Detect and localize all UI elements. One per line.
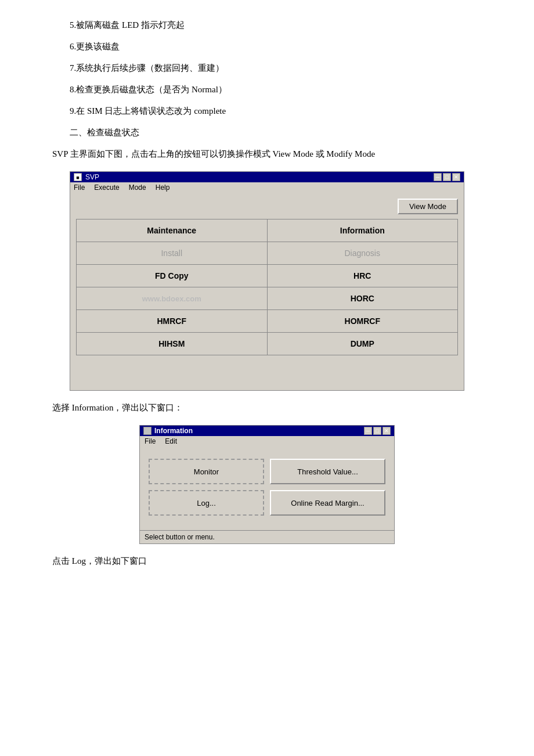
info-body: Monitor Threshold Value... Log... Online… <box>140 447 394 530</box>
step-6: 6.更换该磁盘 <box>70 39 499 55</box>
info-btn-online-read-margin[interactable]: Online Read Margin... <box>270 490 385 516</box>
step-8: 8.检查更换后磁盘状态（是否为 Normal） <box>70 82 499 98</box>
svp-restore-btn[interactable]: □ <box>443 173 451 181</box>
svp-minimize-btn[interactable]: ─ <box>434 173 442 181</box>
svp-window: ■ SVP ─ □ ✕ File Execute Mode Help View … <box>70 171 464 391</box>
svp-body: View Mode Maintenance Information Instal… <box>70 193 464 390</box>
svp-cell-hihsm[interactable]: HIHSM <box>77 333 268 355</box>
info-titlebar-left: Information <box>143 427 193 435</box>
svp-cell-watermark: www.bdoex.com <box>77 287 268 309</box>
paragraph-svp-intro: SVP 主界面如下图，点击右上角的按钮可以切换操作模式 View Mode 或 … <box>52 146 499 162</box>
svp-titlebar: ■ SVP ─ □ ✕ <box>70 172 464 182</box>
paragraph-log-intro: 点击 Log，弹出如下窗口 <box>52 553 499 569</box>
svp-menu-mode[interactable]: Mode <box>129 183 146 192</box>
paragraph-info-intro: 选择 Information，弹出以下窗口： <box>52 400 499 416</box>
info-menubar: File Edit <box>140 436 394 447</box>
viewmode-button[interactable]: View Mode <box>398 199 458 214</box>
info-btn-log[interactable]: Log... <box>149 490 264 516</box>
svp-empty-area <box>76 355 458 384</box>
svp-cell-homrcf[interactable]: HOMRCF <box>268 310 458 332</box>
svp-title: SVP <box>85 173 99 181</box>
svp-row-3: FD Copy HRC <box>77 265 457 287</box>
info-titlebar-icons: ─ □ ✕ <box>364 427 391 435</box>
svp-grid: Maintenance Information Install Diagnosi… <box>76 219 458 355</box>
info-btn-threshold[interactable]: Threshold Value... <box>270 459 385 484</box>
svp-menu-execute[interactable]: Execute <box>94 183 119 192</box>
info-menu-edit[interactable]: Edit <box>165 437 177 445</box>
step-7: 7.系统执行后续步骤（数据回拷、重建） <box>70 60 499 76</box>
svp-row-1: Maintenance Information <box>77 219 457 242</box>
info-app-icon <box>143 427 151 435</box>
svp-menubar: File Execute Mode Help <box>70 182 464 193</box>
svp-titlebar-left: ■ SVP <box>74 173 99 181</box>
info-title: Information <box>154 427 193 435</box>
info-status-bar: Select button or menu. <box>140 530 394 543</box>
info-close-btn[interactable]: ✕ <box>383 427 391 435</box>
info-btn-monitor[interactable]: Monitor <box>149 459 264 484</box>
svp-close-btn[interactable]: ✕ <box>452 173 460 181</box>
svp-cell-maintenance[interactable]: Maintenance <box>77 219 268 242</box>
svp-row-2: Install Diagnosis <box>77 242 457 265</box>
svp-cell-hrc[interactable]: HRC <box>268 265 458 287</box>
svp-row-6: HIHSM DUMP <box>77 333 457 355</box>
svp-menu-file[interactable]: File <box>74 183 85 192</box>
svp-cell-horc[interactable]: HORC <box>268 287 458 309</box>
svp-cell-hmrcf[interactable]: HMRCF <box>77 310 268 332</box>
section-title-2: 二、检查磁盘状态 <box>70 125 499 141</box>
step-5: 5.被隔离磁盘 LED 指示灯亮起 <box>70 17 499 33</box>
info-restore-btn[interactable]: □ <box>373 427 381 435</box>
svp-row-5: HMRCF HOMRCF <box>77 310 457 333</box>
svp-cell-information[interactable]: Information <box>268 219 458 242</box>
info-titlebar: Information ─ □ ✕ <box>140 426 394 436</box>
svp-cell-dump[interactable]: DUMP <box>268 333 458 355</box>
svp-row-4: www.bdoex.com HORC <box>77 287 457 310</box>
svp-cell-diagnosis[interactable]: Diagnosis <box>268 242 458 264</box>
info-minimize-btn[interactable]: ─ <box>364 427 372 435</box>
svp-titlebar-icons: ─ □ ✕ <box>434 173 460 181</box>
info-button-grid: Monitor Threshold Value... Log... Online… <box>146 456 388 519</box>
info-menu-file[interactable]: File <box>145 437 156 445</box>
svp-app-icon: ■ <box>74 173 82 181</box>
svp-cell-fdcopy[interactable]: FD Copy <box>77 265 268 287</box>
info-window: Information ─ □ ✕ File Edit Monitor Thre… <box>139 425 395 544</box>
svp-cell-install[interactable]: Install <box>77 242 268 264</box>
svp-menu-help[interactable]: Help <box>156 183 170 192</box>
svp-viewmode-area: View Mode <box>76 199 458 214</box>
step-9: 9.在 SIM 日志上将错误状态改为 complete <box>70 103 499 119</box>
